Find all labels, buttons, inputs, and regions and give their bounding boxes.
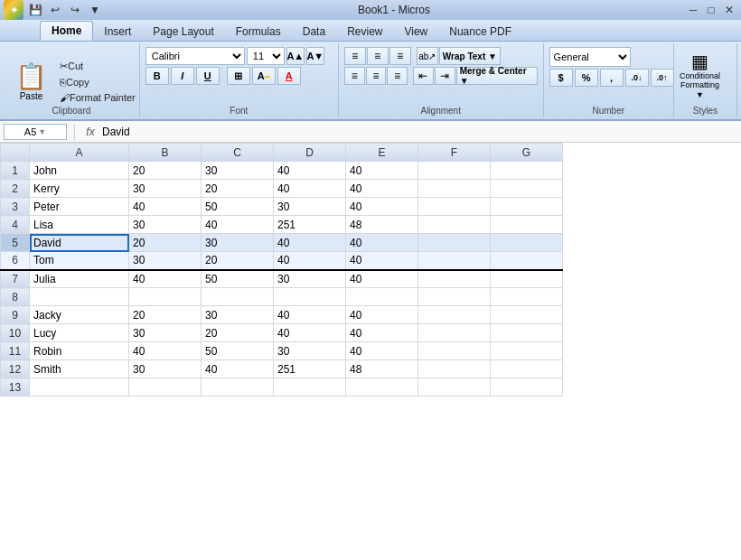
table-cell[interactable]: 30 xyxy=(129,216,202,234)
tab-formulas[interactable]: Formulas xyxy=(225,23,292,41)
align-center-button[interactable]: ≡ xyxy=(366,67,387,85)
row-header[interactable]: 11 xyxy=(1,342,30,360)
table-cell[interactable]: 251 xyxy=(274,360,346,378)
table-cell[interactable]: 40 xyxy=(346,198,418,216)
table-cell[interactable]: 40 xyxy=(346,180,418,198)
cut-button[interactable]: ✂ Cut xyxy=(55,59,140,74)
orientation-button[interactable]: ab↗ xyxy=(417,47,438,65)
table-cell[interactable] xyxy=(418,234,491,252)
table-cell[interactable]: Smith xyxy=(30,360,129,378)
table-cell[interactable]: 30 xyxy=(129,252,202,270)
table-cell[interactable]: Lisa xyxy=(30,216,129,234)
align-top-right-button[interactable]: ≡ xyxy=(389,47,411,65)
table-cell[interactable] xyxy=(129,378,202,397)
row-header[interactable]: 10 xyxy=(1,324,30,342)
bold-button[interactable]: B xyxy=(145,67,169,85)
table-cell[interactable]: 40 xyxy=(129,198,202,216)
decrease-font-button[interactable]: A▼ xyxy=(306,47,324,65)
row-header[interactable]: 3 xyxy=(1,198,30,216)
table-cell[interactable] xyxy=(491,288,563,306)
increase-indent-button[interactable]: ⇥ xyxy=(435,67,455,85)
wrap-text-button[interactable]: Wrap Text ▼ xyxy=(439,47,501,65)
percent-button[interactable]: % xyxy=(575,69,598,87)
table-cell[interactable]: Julia xyxy=(30,270,129,288)
tab-data[interactable]: Data xyxy=(292,23,336,41)
table-cell[interactable] xyxy=(491,216,563,234)
table-cell[interactable]: Kerry xyxy=(30,180,129,198)
table-cell[interactable] xyxy=(274,378,346,397)
table-cell[interactable]: 40 xyxy=(346,306,418,324)
col-header-b[interactable]: B xyxy=(129,144,202,162)
close-button[interactable]: ✕ xyxy=(721,2,737,18)
table-cell[interactable] xyxy=(491,198,563,216)
table-cell[interactable]: 40 xyxy=(202,216,274,234)
table-cell[interactable]: Lucy xyxy=(30,324,129,342)
table-cell[interactable] xyxy=(418,360,491,378)
table-cell[interactable]: 30 xyxy=(274,342,346,360)
table-cell[interactable]: 20 xyxy=(129,234,202,252)
spreadsheet[interactable]: A B C D E F G 1John203040402Kerry3020404… xyxy=(0,143,741,560)
row-header[interactable]: 7 xyxy=(1,270,30,288)
number-format-select[interactable]: General xyxy=(549,47,631,67)
table-cell[interactable]: 20 xyxy=(129,306,202,324)
table-cell[interactable]: 30 xyxy=(202,234,274,252)
decrease-indent-button[interactable]: ⇤ xyxy=(413,67,434,85)
table-cell[interactable]: Tom xyxy=(30,252,129,270)
table-cell[interactable] xyxy=(418,378,491,397)
row-header[interactable]: 8 xyxy=(1,288,30,306)
table-cell[interactable]: 40 xyxy=(346,342,418,360)
table-cell[interactable] xyxy=(346,288,418,306)
table-cell[interactable]: 20 xyxy=(202,180,274,198)
table-cell[interactable] xyxy=(418,180,491,198)
table-cell[interactable]: 251 xyxy=(274,216,346,234)
row-header[interactable]: 1 xyxy=(1,162,30,180)
table-cell[interactable]: 40 xyxy=(346,234,418,252)
table-cell[interactable] xyxy=(491,180,563,198)
table-cell[interactable]: 40 xyxy=(274,234,346,252)
table-cell[interactable]: 20 xyxy=(202,252,274,270)
tab-view[interactable]: View xyxy=(393,23,438,41)
table-cell[interactable] xyxy=(491,378,563,397)
table-cell[interactable] xyxy=(30,378,129,397)
row-header[interactable]: 13 xyxy=(1,378,30,397)
row-header[interactable]: 2 xyxy=(1,180,30,198)
table-cell[interactable]: 30 xyxy=(129,360,202,378)
copy-button[interactable]: ⎘ Copy xyxy=(55,75,140,89)
table-cell[interactable] xyxy=(491,270,563,288)
table-cell[interactable] xyxy=(418,342,491,360)
table-cell[interactable]: 48 xyxy=(346,360,418,378)
table-cell[interactable]: 40 xyxy=(346,162,418,180)
tab-review[interactable]: Review xyxy=(336,23,393,41)
table-cell[interactable]: 40 xyxy=(346,252,418,270)
col-header-f[interactable]: F xyxy=(418,144,491,162)
tab-page-layout[interactable]: Page Layout xyxy=(142,23,224,41)
table-cell[interactable]: 40 xyxy=(346,270,418,288)
table-cell[interactable]: 20 xyxy=(129,162,202,180)
table-cell[interactable]: 30 xyxy=(202,306,274,324)
save-button[interactable]: 💾 xyxy=(27,2,43,18)
table-cell[interactable]: 40 xyxy=(129,342,202,360)
maximize-button[interactable]: □ xyxy=(703,2,719,18)
table-cell[interactable]: 40 xyxy=(274,252,346,270)
underline-button[interactable]: U xyxy=(196,67,220,85)
table-cell[interactable] xyxy=(491,306,563,324)
table-cell[interactable] xyxy=(418,306,491,324)
table-cell[interactable] xyxy=(491,162,563,180)
table-cell[interactable]: 30 xyxy=(129,180,202,198)
currency-button[interactable]: $ xyxy=(549,69,573,87)
redo-button[interactable]: ↪ xyxy=(67,2,83,18)
font-name-select[interactable]: Calibri xyxy=(145,47,245,65)
table-cell[interactable]: 40 xyxy=(274,162,346,180)
table-cell[interactable] xyxy=(202,378,274,397)
tab-nuance-pdf[interactable]: Nuance PDF xyxy=(438,23,522,41)
format-painter-button[interactable]: 🖌 Format Painter xyxy=(55,90,140,105)
table-cell[interactable] xyxy=(202,288,274,306)
minimize-button[interactable]: ─ xyxy=(685,2,701,18)
row-header[interactable]: 4 xyxy=(1,216,30,234)
decrease-decimal-button[interactable]: .0↓ xyxy=(625,69,649,87)
undo-button[interactable]: ↩ xyxy=(47,2,63,18)
table-cell[interactable]: 50 xyxy=(202,270,274,288)
cell-reference-box[interactable]: A5 ▼ xyxy=(4,124,67,140)
table-cell[interactable] xyxy=(129,288,202,306)
table-cell[interactable]: John xyxy=(30,162,129,180)
